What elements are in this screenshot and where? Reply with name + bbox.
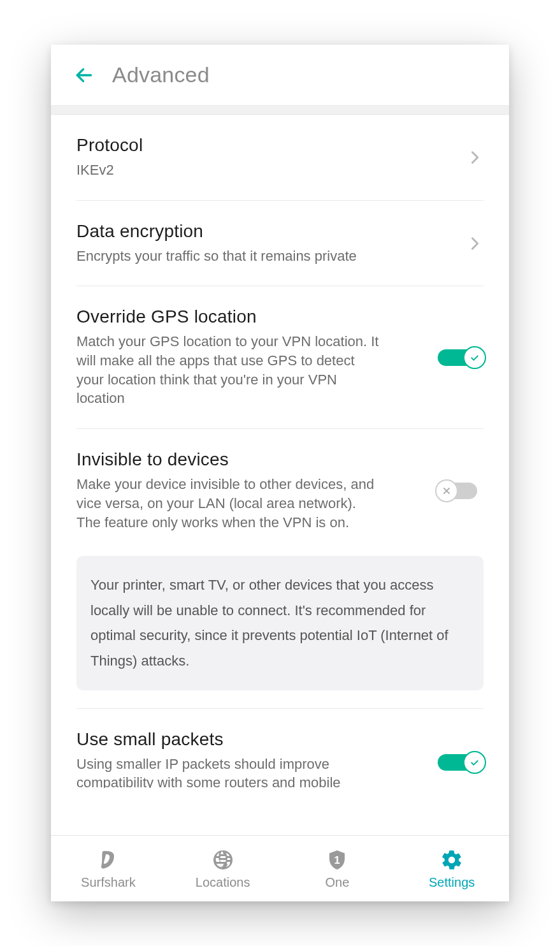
chevron-right-icon — [466, 149, 484, 166]
check-icon — [469, 352, 480, 363]
app-screen: Advanced Protocol IKEv2 — [51, 45, 509, 901]
row-sub-encryption: Encrypts your traffic so that it remains… — [76, 247, 382, 266]
row-invisible-to-devices: Invisible to devices Make your device in… — [76, 429, 484, 543]
nav-item-one[interactable]: 1 One — [280, 836, 395, 901]
row-use-small-packets: Use small packets Using smaller IP packe… — [76, 709, 484, 788]
info-box-invisible: Your printer, smart TV, or other devices… — [76, 556, 484, 690]
nav-label-locations: Locations — [196, 875, 250, 890]
content-area: Protocol IKEv2 Data encryption Encrypts … — [51, 115, 509, 835]
row-sub-gps: Match your GPS location to your VPN loca… — [76, 332, 382, 408]
row-title-smallpkts: Use small packets — [76, 729, 425, 750]
surfshark-icon — [96, 847, 121, 873]
gear-icon — [439, 847, 464, 873]
arrow-left-icon — [74, 65, 94, 85]
row-title-encryption: Data encryption — [76, 221, 453, 242]
chevron-right-icon — [466, 235, 484, 252]
bottom-nav: Surfshark Locations 1 One — [51, 835, 509, 901]
nav-item-surfshark[interactable]: Surfshark — [51, 836, 166, 901]
toggle-override-gps[interactable] — [438, 346, 484, 369]
nav-label-one: One — [325, 875, 349, 890]
row-sub-invisible: Make your device invisible to other devi… — [76, 475, 382, 532]
row-data-encryption[interactable]: Data encryption Encrypts your traffic so… — [76, 201, 484, 287]
back-button[interactable] — [70, 61, 98, 89]
section-gap — [51, 106, 509, 115]
nav-label-surfshark: Surfshark — [81, 875, 136, 890]
shield-one-icon: 1 — [324, 847, 350, 873]
row-override-gps: Override GPS location Match your GPS loc… — [76, 286, 484, 429]
nav-label-settings: Settings — [429, 875, 475, 890]
nav-item-settings[interactable]: Settings — [394, 836, 509, 901]
check-icon — [469, 757, 480, 768]
globe-icon — [210, 847, 236, 873]
row-title-gps: Override GPS location — [76, 307, 425, 327]
toggle-use-small-packets[interactable] — [438, 751, 484, 774]
row-title-protocol: Protocol — [76, 135, 453, 156]
svg-text:1: 1 — [334, 854, 340, 866]
row-protocol[interactable]: Protocol IKEv2 — [76, 115, 484, 201]
row-sub-protocol: IKEv2 — [76, 161, 382, 180]
nav-item-locations[interactable]: Locations — [166, 836, 280, 901]
row-sub-smallpkts: Using smaller IP packets should improve … — [76, 755, 382, 788]
page-title: Advanced — [112, 62, 210, 87]
row-title-invisible: Invisible to devices — [76, 449, 425, 470]
x-icon — [441, 485, 452, 497]
toggle-invisible-to-devices[interactable] — [438, 479, 484, 502]
header-bar: Advanced — [51, 45, 509, 106]
